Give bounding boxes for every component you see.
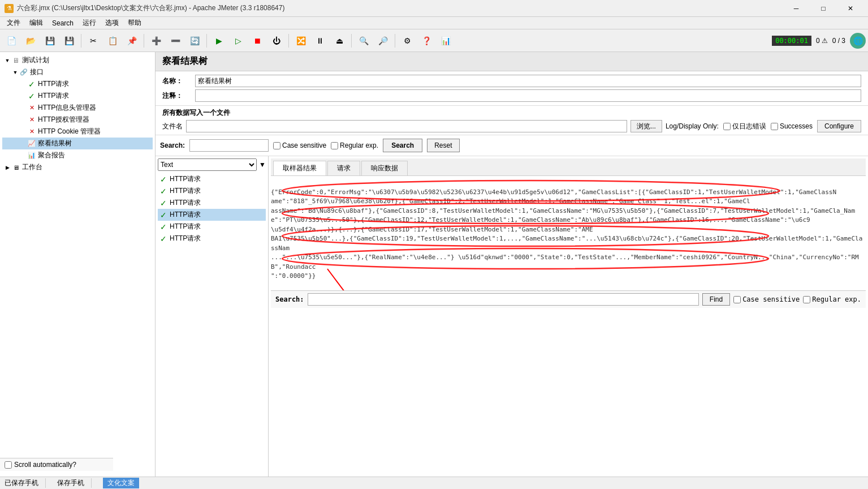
menu-edit[interactable]: 编辑	[25, 17, 47, 29]
save-as-button[interactable]: 💾	[60, 32, 78, 50]
menu-run[interactable]: 运行	[78, 17, 101, 29]
sidebar-item-aggregate[interactable]: 📊 聚合报告	[2, 149, 153, 161]
close-button[interactable]: ✕	[837, 0, 863, 17]
maximize-button[interactable]: □	[810, 0, 836, 17]
new-button[interactable]: 📄	[2, 32, 20, 50]
bottom-search-input[interactable]	[308, 293, 699, 306]
paste-button[interactable]: 📌	[123, 32, 141, 50]
tab-request[interactable]: 请求	[327, 161, 360, 175]
tab-sampler-result[interactable]: 取样器结果	[273, 161, 326, 175]
help-button[interactable]: ❓	[417, 32, 435, 50]
sidebar-item-test-plan[interactable]: ▼ 🖥 测试计划	[2, 54, 153, 66]
separator-4	[288, 34, 289, 48]
name-input[interactable]	[195, 75, 861, 87]
request-list: ✓ HTTP请求 ✓ HTTP请求 ✓ HTTP请求 ✓	[158, 173, 266, 244]
sidebar-item-http-header[interactable]: ✕ HTTP信息头管理器	[2, 102, 153, 114]
sidebar-item-http-cookie[interactable]: ✕ HTTP Cookie 管理器	[2, 126, 153, 138]
title-bar: ⚗ 六合彩.jmx (C:\Users\jltx1\Desktop\文案文件\六…	[0, 0, 868, 17]
workbench-icon: 🖥	[11, 163, 20, 172]
tree-label-workbench: 工作台	[22, 162, 42, 172]
menu-options[interactable]: 选项	[101, 17, 123, 29]
minimize-button[interactable]: ─	[783, 0, 809, 17]
clear-all-button[interactable]: 🔎	[374, 32, 392, 50]
sidebar: ▼ 🖥 测试计划 ▼ 🔗 接口 ✓ HTTP请求 ✓ HTTP请求	[0, 52, 156, 488]
menu-file[interactable]: 文件	[2, 17, 25, 29]
toolbar-right: 00:00:01 0 ⚠ 0 / 3 🌐	[772, 33, 866, 49]
bottom-case-checkbox[interactable]	[733, 296, 741, 303]
stop-button[interactable]: ⏹	[248, 32, 266, 50]
request-item-4[interactable]: ✓ HTTP请求	[158, 209, 266, 221]
open-button[interactable]: 📂	[21, 32, 40, 50]
copy-button[interactable]: 📋	[103, 32, 122, 50]
successes-checkbox[interactable]	[771, 123, 778, 130]
tree-label-aggregate: 聚合报告	[38, 151, 65, 160]
status-saved2: 保存手机	[57, 478, 92, 488]
menu-search[interactable]: Search	[47, 18, 78, 28]
comment-input[interactable]	[195, 89, 861, 102]
sidebar-item-http1[interactable]: ✓ HTTP请求	[2, 78, 153, 90]
remote-shutdown-button[interactable]: ⏏	[330, 32, 348, 50]
remote-start-button[interactable]: 🔀	[292, 32, 310, 50]
remote-stop-button[interactable]: ⏸	[311, 32, 329, 50]
case-sensitive-label[interactable]: Case sensitive	[273, 141, 326, 149]
reset-button[interactable]: Reset	[427, 139, 459, 152]
toolbar: 📄 📂 💾 💾 ✂ 📋 📌 ➕ ➖ 🔄 ▶ ▷ ⏹ ⏻ 🔀 ⏸ ⏏ 🔍 🔎 ⚙ …	[0, 29, 868, 52]
sidebar-item-http2[interactable]: ✓ HTTP请求	[2, 90, 153, 102]
search-button[interactable]: Search	[383, 139, 422, 152]
req-2-icon: ✓	[159, 187, 168, 196]
clear-button[interactable]: 🔍	[355, 32, 373, 50]
req-1-icon: ✓	[159, 175, 168, 184]
search-input[interactable]	[189, 139, 269, 152]
sidebar-item-result-tree[interactable]: 📈 察看结果树	[2, 138, 153, 149]
request-item-3[interactable]: ✓ HTTP请求	[158, 197, 266, 209]
case-sensitive-checkbox[interactable]	[273, 142, 280, 149]
request-item-6[interactable]: ✓ HTTP请求	[158, 233, 266, 244]
response-content-area: {"ErrorCode":0,"ErrorMsg":"\u6307\u5b9a\…	[271, 178, 866, 290]
regex-checkbox[interactable]	[331, 142, 338, 149]
status-bar: 已保存手机 保存手机 文化文案	[0, 477, 868, 489]
function-helper-button[interactable]: ⚙	[398, 32, 416, 50]
file-section: 所有数据写入一个文件 文件名 浏览... Log/Display Only: 仅…	[156, 106, 868, 135]
request-item-1[interactable]: ✓ HTTP请求	[158, 173, 266, 185]
tree-label-http-cookie: HTTP Cookie 管理器	[38, 127, 101, 136]
panel-title: 察看结果树	[162, 56, 208, 66]
browse-button[interactable]: 浏览...	[631, 120, 662, 132]
bottom-regex[interactable]: Regular exp.	[803, 295, 861, 303]
split-view: Text ▼ ✓ HTTP请求 ✓ HTTP请求	[156, 156, 868, 488]
req-6-icon: ✓	[159, 234, 168, 243]
bottom-search: Search: Find Case sensitive Regular exp.	[271, 290, 866, 308]
successes-label[interactable]: Successes	[771, 122, 813, 130]
start-no-pause-button[interactable]: ▷	[229, 32, 247, 50]
bottom-case-sensitive[interactable]: Case sensitive	[733, 295, 800, 303]
cut-button[interactable]: ✂	[84, 32, 102, 50]
bottom-regex-checkbox[interactable]	[803, 296, 810, 303]
expand-button[interactable]: ➕	[147, 32, 165, 50]
sidebar-item-workbench[interactable]: ▶ 🖥 工作台	[2, 161, 153, 173]
sidebar-item-interface[interactable]: ▼ 🔗 接口	[2, 66, 153, 78]
status-highlight: 文化文案	[103, 478, 139, 488]
tree-label-interface: 接口	[30, 67, 44, 77]
menu-help[interactable]: 帮助	[123, 17, 146, 29]
view-dropdown[interactable]: Text	[158, 158, 257, 171]
file-name-input[interactable]	[186, 120, 627, 132]
start-button[interactable]: ▶	[210, 32, 228, 50]
save-button[interactable]: 💾	[41, 32, 59, 50]
error-only-label[interactable]: 仅日志错误	[723, 122, 766, 131]
response-panel: 取样器结果 请求 响应数据 {"ErrorCode":0,"ErrorMsg":…	[269, 156, 868, 488]
shutdown-button[interactable]: ⏻	[267, 32, 286, 50]
find-button[interactable]: Find	[702, 293, 730, 306]
error-only-checkbox[interactable]	[723, 123, 731, 130]
tree-label-http-header: HTTP信息头管理器	[38, 103, 96, 113]
sidebar-item-http-auth[interactable]: ✕ HTTP授权管理器	[2, 114, 153, 126]
configure-button[interactable]: Configure	[817, 120, 861, 132]
regex-label[interactable]: Regular exp.	[331, 141, 378, 149]
tab-response-data[interactable]: 响应数据	[361, 161, 408, 175]
request-item-5[interactable]: ✓ HTTP请求	[158, 221, 266, 233]
search-label: Search:	[160, 141, 185, 149]
toggle-button[interactable]: 🔄	[185, 32, 204, 50]
collapse-button[interactable]: ➖	[166, 32, 184, 50]
http2-icon: ✓	[27, 92, 36, 101]
template-button[interactable]: 📊	[437, 32, 455, 50]
request-item-2[interactable]: ✓ HTTP请求	[158, 185, 266, 197]
separator-3	[206, 34, 207, 48]
